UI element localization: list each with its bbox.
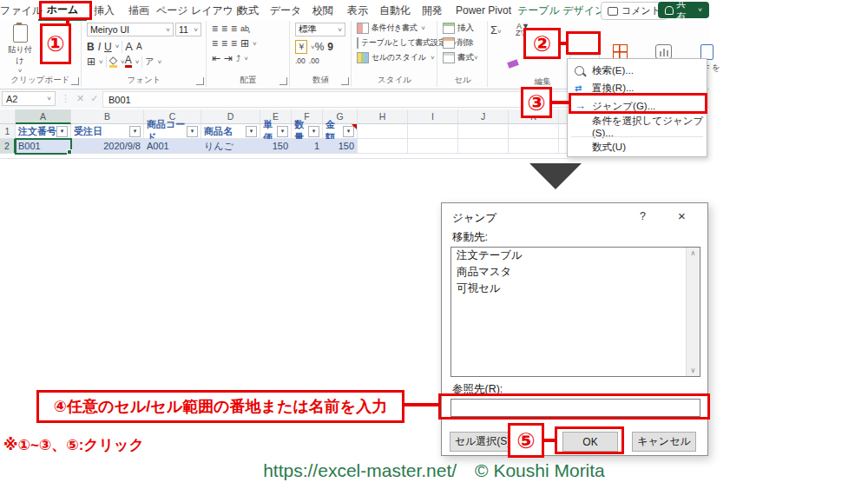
close-icon[interactable]: × xyxy=(678,208,686,223)
cell-c2[interactable]: A001 xyxy=(144,139,201,154)
cell-b2[interactable]: 2020/9/8 xyxy=(71,139,144,154)
tab-automate[interactable]: 自動化 xyxy=(375,1,415,20)
filter-button[interactable]: ▾ xyxy=(56,126,68,137)
cell-g2[interactable]: 150 xyxy=(323,139,358,154)
align-bottom-icon[interactable]: ≡ xyxy=(231,23,237,35)
paste-button[interactable]: 貼り付け ˅ xyxy=(5,24,35,75)
header-cell-amount[interactable]: 金額▾ xyxy=(323,124,358,139)
header-cell-product-code[interactable]: 商品コード▾ xyxy=(144,124,201,139)
italic-button[interactable]: I xyxy=(98,41,101,53)
share-button[interactable]: 共有 ˅ xyxy=(658,2,709,18)
tab-view[interactable]: 表示 xyxy=(340,1,375,20)
menu-item-find[interactable]: 検索(E)... xyxy=(568,62,707,79)
number-format-combo[interactable]: 標準˅ xyxy=(295,23,345,36)
filter-button[interactable]: ▾ xyxy=(129,126,141,137)
list-item[interactable]: 注文テーブル xyxy=(451,248,700,264)
cell-h1[interactable] xyxy=(358,124,408,139)
destination-listbox[interactable]: 注文テーブル 商品マスタ 可視セル ∧ ∨ xyxy=(450,247,700,377)
header-cell-quantity[interactable]: 数量▾ xyxy=(292,124,323,139)
align-middle-icon[interactable]: ≡ xyxy=(221,23,227,35)
row-header-1[interactable]: 1 xyxy=(0,124,16,139)
menu-item-goto-special[interactable]: 条件を選択してジャンプ(S)... xyxy=(568,117,707,135)
tab-developer[interactable]: 開発 xyxy=(415,1,450,20)
dialog-launcher-icon[interactable] xyxy=(71,77,79,85)
align-right-icon[interactable]: ≡ xyxy=(231,37,237,50)
cell-j1[interactable] xyxy=(458,124,509,139)
filter-button[interactable]: ▾ xyxy=(308,126,319,137)
tab-review[interactable]: 校閲 xyxy=(306,1,340,20)
tab-table-design[interactable]: テーブル デザイン xyxy=(517,1,601,20)
grow-font-button[interactable]: A xyxy=(125,40,133,53)
list-item[interactable]: 商品マスタ xyxy=(451,264,700,281)
tab-power-pivot[interactable]: Power Pivot xyxy=(450,1,517,20)
delete-cells-button[interactable]: 削除 xyxy=(443,37,487,49)
cell-h2[interactable] xyxy=(358,139,408,154)
filter-button[interactable]: ▾ xyxy=(187,126,198,137)
comma-style-icon[interactable]: 9 xyxy=(327,41,333,53)
cell-f2[interactable]: 1 xyxy=(292,139,323,154)
decrease-decimal-icon[interactable]: .00 xyxy=(309,56,319,65)
autosum-button[interactable]: Σ˅ xyxy=(490,23,502,36)
increase-indent-icon[interactable]: ⇥ xyxy=(224,52,233,64)
dialog-launcher-icon[interactable] xyxy=(196,77,204,85)
cell-k2[interactable] xyxy=(509,139,559,154)
cancel-button[interactable]: キャンセル xyxy=(632,432,696,452)
accounting-format-icon[interactable]: ￥ xyxy=(295,40,307,54)
scroll-down-icon[interactable]: ∨ xyxy=(687,367,700,374)
format-cells-button[interactable]: 書式˅ xyxy=(443,52,487,63)
align-center-icon[interactable]: ≡ xyxy=(221,37,227,50)
tab-file[interactable]: ファイル xyxy=(0,1,38,20)
format-as-table-button[interactable]: テーブルとして書式設定˅ xyxy=(357,37,437,49)
special-button[interactable]: セル選択(S) xyxy=(450,432,516,452)
cell-j2[interactable] xyxy=(458,139,509,154)
insert-cells-button[interactable]: 挿入 xyxy=(443,23,487,34)
formula-enter-icon[interactable]: ✓ xyxy=(90,93,98,104)
increase-decimal-icon[interactable]: .00 xyxy=(295,56,306,65)
formula-cancel-icon[interactable]: ✕ xyxy=(76,93,84,104)
scroll-up-icon[interactable]: ∧ xyxy=(687,249,700,257)
bold-button[interactable]: B xyxy=(87,41,95,53)
header-cell-product-name[interactable]: 商品名▾ xyxy=(201,124,260,139)
cell-d2[interactable]: りんご xyxy=(201,139,260,154)
scrollbar[interactable]: ∧ ∨ xyxy=(686,248,700,376)
phonetic-button[interactable]: ア xyxy=(145,56,154,68)
list-item[interactable]: 可視セル xyxy=(451,281,700,297)
dialog-launcher-icon[interactable] xyxy=(341,77,349,85)
cell-i1[interactable] xyxy=(408,124,458,139)
cell-e2[interactable]: 150 xyxy=(260,139,292,154)
column-header-b[interactable]: B xyxy=(71,109,144,124)
font-color-button[interactable]: A xyxy=(125,56,132,68)
conditional-formatting-button[interactable]: 条件付き書式˅ xyxy=(357,23,437,34)
help-button[interactable]: ? xyxy=(640,210,646,222)
underline-button[interactable]: U xyxy=(104,41,112,53)
column-header-a[interactable]: A xyxy=(16,109,71,124)
font-size-combo[interactable]: 11˅ xyxy=(175,23,201,36)
header-cell-unit-price[interactable]: 単価▾ xyxy=(260,124,292,139)
align-top-icon[interactable]: ≡ xyxy=(212,23,218,35)
tab-insert[interactable]: 挿入 xyxy=(87,1,122,20)
filter-button[interactable]: ▾ xyxy=(246,126,257,137)
column-header-h[interactable]: H xyxy=(358,109,408,124)
decrease-indent-icon[interactable]: ⇤ xyxy=(212,52,220,64)
clear-eraser-icon[interactable] xyxy=(507,59,519,69)
filter-button[interactable]: ▾ xyxy=(277,126,288,137)
wrap-text-icon[interactable]: ab̧ xyxy=(240,24,249,33)
tab-page-layout[interactable]: ページ レイアウト xyxy=(156,1,231,20)
fill-color-button[interactable]: ◇ xyxy=(109,56,117,68)
tab-formulas[interactable]: 数式 xyxy=(231,1,266,20)
tab-draw[interactable]: 描画 xyxy=(122,1,156,20)
shrink-font-button[interactable]: A xyxy=(136,42,142,51)
font-name-combo[interactable]: Meiryo UI˅ xyxy=(87,23,174,36)
select-all-corner[interactable] xyxy=(0,109,16,124)
orientation-icon[interactable]: ⤴ xyxy=(236,54,240,63)
merge-center-icon[interactable]: ⊞ xyxy=(240,37,249,50)
cell-i2[interactable] xyxy=(408,139,458,154)
header-cell-order-no[interactable]: 注文番号▾ xyxy=(16,124,71,139)
cell-k1[interactable] xyxy=(509,124,559,139)
tab-data[interactable]: データ xyxy=(266,1,306,20)
percent-style-icon[interactable]: % xyxy=(315,41,325,53)
menu-item-formulas[interactable]: 数式(U) xyxy=(568,138,707,155)
column-header-i[interactable]: I xyxy=(408,109,458,124)
name-box[interactable]: A2 ˅ xyxy=(2,91,56,106)
cell-styles-button[interactable]: セルのスタイル˅ xyxy=(357,52,437,63)
